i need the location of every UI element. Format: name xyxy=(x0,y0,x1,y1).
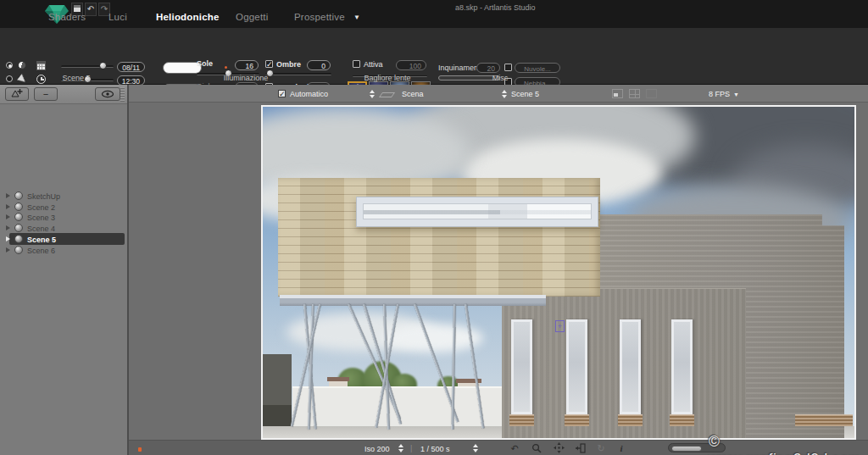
minus-icon: − xyxy=(43,89,48,99)
vertical-window xyxy=(620,319,641,414)
disclosure-triangle-icon[interactable] xyxy=(6,193,10,198)
scene-selector[interactable]: Scene 5 xyxy=(511,90,539,98)
window-title: a8.skp - Artlantis Studio xyxy=(455,3,536,12)
clouds-button[interactable]: Nuvole... xyxy=(515,63,560,73)
scene-group-label: Scene 5 xyxy=(25,74,127,82)
pan-tool-icon[interactable] xyxy=(553,442,565,454)
tab-shaders[interactable]: Shaders xyxy=(48,12,86,22)
shadows-field[interactable]: 0 xyxy=(307,60,331,70)
orbit-undo-icon[interactable]: ↶ xyxy=(509,442,520,454)
visibility-button[interactable] xyxy=(95,87,120,101)
panel-grip-handle[interactable] xyxy=(120,87,125,102)
redo-icon: ↷ xyxy=(101,4,108,14)
remove-heliodon-button[interactable]: − xyxy=(34,87,58,101)
preview-zoom-handle[interactable] xyxy=(671,446,702,452)
brick-base xyxy=(670,414,694,426)
tab-heliodoniche[interactable]: Heliodoniche xyxy=(156,12,220,22)
heliodon-sphere-icon xyxy=(14,235,23,243)
scene-item-label: Scene 4 xyxy=(27,225,55,233)
info-icon[interactable]: i xyxy=(615,442,627,454)
disclosure-triangle-icon[interactable] xyxy=(6,214,10,219)
check-icon: ✓ xyxy=(266,60,273,69)
side-wall-base xyxy=(263,405,292,429)
divider: | xyxy=(410,444,412,452)
check-icon: ✓ xyxy=(279,90,286,98)
sun-position-dot xyxy=(225,66,227,69)
radio-position-manual[interactable] xyxy=(6,75,13,82)
zoom-tool-icon[interactable] xyxy=(531,442,542,454)
automatic-label: Automatico xyxy=(290,90,328,98)
flare-power-field: 100 xyxy=(396,60,426,70)
undo-icon: ↶ xyxy=(87,4,94,14)
disclosure-triangle-icon[interactable] xyxy=(6,225,10,230)
shutter-value[interactable]: 1 / 500 s xyxy=(420,445,450,453)
scene-list-toolbar: − xyxy=(0,85,127,104)
iso-value[interactable]: Iso 200 xyxy=(364,445,390,453)
perspective-plane-icon xyxy=(379,92,395,97)
shadows-label: Ombre xyxy=(276,60,301,69)
scene-item-label: Scene 2 xyxy=(27,203,55,212)
full-view-icon xyxy=(646,89,657,98)
add-heliodon-button[interactable] xyxy=(5,87,29,101)
day-night-icon xyxy=(18,61,26,69)
heliodon-sphere-icon xyxy=(14,191,23,200)
chevron-down-icon[interactable]: ▼ xyxy=(353,14,360,21)
scene-item-sketchup[interactable]: SketchUp xyxy=(0,191,127,202)
radio-position-daynight[interactable] xyxy=(6,62,13,69)
tab-oggetti[interactable]: Oggetti xyxy=(236,12,268,22)
eye-icon xyxy=(101,89,114,99)
scene-item-label: Scene 6 xyxy=(27,247,55,255)
heliodon-sphere-icon xyxy=(14,246,23,254)
title-bar: ↶ ↷ Shaders Luci Heliodoniche Oggetti Pr… xyxy=(0,0,868,28)
date-field[interactable]: 08/11 xyxy=(117,62,145,72)
scene-item-scene3[interactable]: Scene 3 xyxy=(0,212,127,223)
artlantis-window: ↶ ↷ Shaders Luci Heliodoniche Oggetti Pr… xyxy=(0,0,868,455)
vertical-window xyxy=(671,319,693,414)
brick-base-strip xyxy=(795,414,853,426)
view-stepper-icon[interactable] xyxy=(370,90,376,98)
shadows-checkbox[interactable]: ✓ xyxy=(265,60,273,68)
sun-power-field[interactable]: 16 xyxy=(235,60,259,70)
scene-item-label: Scene 5 xyxy=(27,236,56,244)
courtyard-wall xyxy=(292,386,503,428)
quad-view-icon[interactable] xyxy=(629,89,640,98)
disclosure-triangle-icon[interactable] xyxy=(6,247,10,252)
date-slider[interactable] xyxy=(61,65,114,68)
flare-active-label: Attiva xyxy=(364,60,383,69)
refresh-icon: ↻ xyxy=(595,442,607,454)
view-type-label: Scena xyxy=(402,90,424,98)
scene-item-scene5[interactable]: Scene 5 xyxy=(0,234,127,245)
scene-item-scene6[interactable]: Scene 6 xyxy=(0,245,127,256)
tab-luci[interactable]: Luci xyxy=(108,12,127,22)
clouds-checkbox[interactable] xyxy=(504,64,512,71)
single-view-icon[interactable] xyxy=(612,89,623,98)
vertical-window xyxy=(566,319,587,414)
scene-stepper-icon[interactable] xyxy=(502,90,508,98)
heliodon-sphere-icon xyxy=(14,203,23,211)
fps-caret-icon[interactable]: ▼ xyxy=(733,92,739,97)
automatic-checkbox[interactable]: ✓ xyxy=(278,90,286,97)
sun-label: Sole xyxy=(197,59,213,68)
object-selection-marker: + xyxy=(555,320,565,332)
render-preview-image[interactable]: + xyxy=(261,105,856,440)
date-slider-handle[interactable] xyxy=(99,62,107,69)
wood-facade-volume xyxy=(278,178,600,297)
add-heliodon-icon xyxy=(11,88,23,97)
iso-stepper-icon[interactable] xyxy=(398,444,404,452)
render-progress-dot xyxy=(138,447,142,452)
pollution-field: 20 xyxy=(476,63,500,73)
shutter-stepper-icon[interactable] xyxy=(473,444,479,452)
disclosure-triangle-icon[interactable] xyxy=(6,204,10,209)
scene-item-label: SketchUp xyxy=(27,192,60,201)
disclosure-triangle-icon[interactable] xyxy=(6,236,10,241)
tab-prospettive[interactable]: Prospettive xyxy=(294,12,345,22)
preview-viewport: ✓ Automatico Scena Scene 5 8 FPS ▼ xyxy=(129,85,868,455)
fps-label[interactable]: 8 FPS xyxy=(709,90,730,98)
vertical-window xyxy=(511,319,532,414)
undo-button[interactable]: ↶ xyxy=(85,3,97,16)
exit-view-icon[interactable] xyxy=(575,442,587,454)
flare-group-label: Bagliore lente xyxy=(337,74,438,82)
illumination-group-label: Illuminazione xyxy=(195,74,297,82)
flare-active-checkbox[interactable] xyxy=(353,60,360,68)
heliodon-toolbar: 45° ? 08/11 12:30 a8_SketchUp Modifica..… xyxy=(0,28,868,85)
